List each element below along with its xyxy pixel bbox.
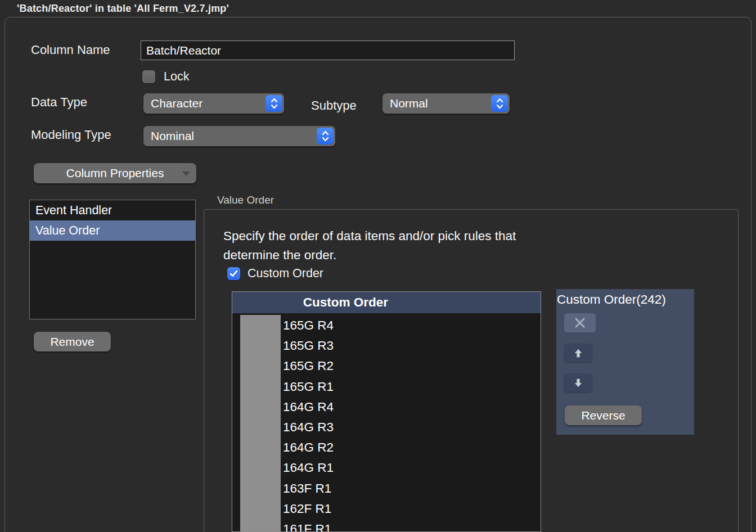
subtype-label: Subtype bbox=[311, 98, 357, 113]
custom-order-count-label: Custom Order(242) bbox=[557, 292, 666, 307]
custom-order-row[interactable]: 164G R2 bbox=[282, 438, 541, 458]
description-line-1: Specify the order of data items and/or p… bbox=[223, 227, 516, 246]
modeling-type-label: Modeling Type bbox=[31, 128, 111, 142]
reverse-button[interactable]: Reverse bbox=[565, 405, 642, 425]
column-name-label: Column Name bbox=[31, 43, 110, 57]
value-order-description: Specify the order of data items and/or p… bbox=[223, 227, 516, 265]
custom-order-row[interactable]: 163F R1 bbox=[282, 479, 541, 499]
column-properties-button[interactable]: Column Properties bbox=[34, 163, 196, 183]
subtype-dropdown[interactable]: Normal bbox=[382, 93, 510, 114]
data-type-dropdown[interactable]: Character bbox=[143, 93, 284, 114]
custom-order-row[interactable]: 164G R3 bbox=[282, 417, 541, 438]
arrow-down-icon bbox=[573, 378, 583, 388]
disclosure-triangle-icon bbox=[182, 172, 190, 176]
arrow-up-icon bbox=[573, 348, 583, 358]
data-type-value: Character bbox=[151, 97, 202, 110]
custom-order-row[interactable]: 161F R1 bbox=[282, 519, 541, 532]
x-icon bbox=[574, 317, 586, 328]
column-name-input[interactable] bbox=[141, 40, 515, 60]
custom-order-checkbox-label: Custom Order bbox=[248, 267, 323, 281]
popup-stepper-icon bbox=[266, 95, 282, 112]
subtype-value: Normal bbox=[390, 97, 428, 110]
popup-stepper-icon bbox=[317, 128, 334, 145]
custom-order-side-panel: Custom Order(242) Reverse bbox=[556, 289, 694, 435]
checkmark-icon bbox=[230, 270, 238, 277]
column-properties-list: Event Handler Value Order bbox=[29, 200, 196, 319]
column-properties-label: Column Properties bbox=[66, 166, 164, 180]
custom-order-row[interactable]: 165G R4 bbox=[282, 315, 541, 336]
custom-order-row[interactable]: 164G R1 bbox=[282, 458, 541, 478]
window-title: 'Batch/Reactor' in table 'All Ferm_V2.7.… bbox=[17, 3, 229, 15]
move-down-button[interactable] bbox=[564, 373, 592, 392]
move-up-button[interactable] bbox=[564, 344, 592, 362]
popup-stepper-icon bbox=[491, 95, 508, 112]
modeling-type-value: Nominal bbox=[151, 129, 194, 143]
custom-order-row[interactable]: 162F R1 bbox=[282, 499, 541, 519]
custom-order-row[interactable]: 165G R1 bbox=[282, 377, 541, 397]
lock-label: Lock bbox=[164, 70, 189, 84]
remove-button[interactable]: Remove bbox=[34, 332, 111, 351]
custom-order-rows: 165G R4 165G R3 165G R2 165G R1 164G R4 … bbox=[282, 315, 541, 532]
custom-order-list-header: Custom Order bbox=[232, 292, 541, 313]
custom-order-row[interactable]: 165G R3 bbox=[282, 336, 541, 356]
custom-order-checkbox[interactable] bbox=[227, 267, 240, 280]
custom-order-row[interactable]: 164G R4 bbox=[282, 397, 541, 417]
description-line-2: determine the order. bbox=[223, 246, 516, 265]
lock-checkbox[interactable] bbox=[142, 70, 155, 83]
custom-order-list: Custom Order 165G R4 165G R3 165G R2 165… bbox=[232, 291, 541, 532]
list-item[interactable]: Event Handler bbox=[30, 200, 195, 220]
list-item-selected[interactable]: Value Order bbox=[30, 220, 195, 241]
row-drag-column[interactable] bbox=[240, 315, 281, 532]
custom-order-row[interactable]: 165G R2 bbox=[282, 356, 541, 376]
delete-item-button[interactable] bbox=[564, 313, 596, 332]
modeling-type-dropdown[interactable]: Nominal bbox=[143, 126, 335, 146]
value-order-group-title: Value Order bbox=[217, 194, 274, 206]
data-type-label: Data Type bbox=[31, 95, 87, 110]
